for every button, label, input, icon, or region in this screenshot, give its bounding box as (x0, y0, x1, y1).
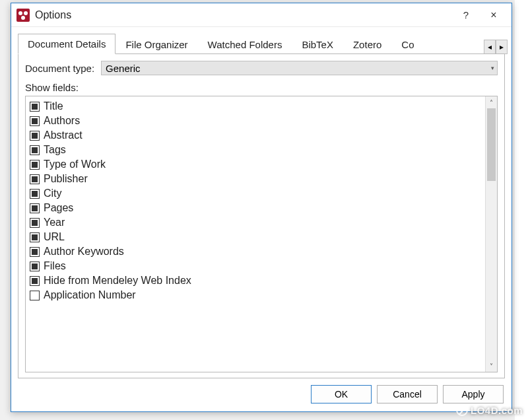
mendeley-icon (16, 9, 30, 22)
field-checkbox[interactable] (30, 116, 40, 126)
field-checkbox[interactable] (30, 276, 40, 286)
tab-zotero[interactable]: Zotero (343, 34, 391, 54)
tab-file-organizer[interactable]: File Organizer (116, 34, 197, 54)
field-item[interactable]: URL (30, 230, 481, 244)
field-checkbox[interactable] (30, 232, 40, 242)
fields-listbox: TitleAuthorsAbstractTagsType of WorkPubl… (25, 96, 498, 372)
ok-button[interactable]: OK (311, 385, 372, 403)
field-label: Files (44, 260, 66, 272)
document-type-combo[interactable]: Generic ▾ (101, 61, 498, 75)
tab-bibtex[interactable]: BibTeX (292, 34, 343, 54)
scroll-thumb[interactable] (487, 108, 496, 181)
chevron-down-icon: ˅ (490, 363, 493, 370)
field-item[interactable]: Pages (30, 201, 481, 215)
field-item[interactable]: Author Keywords (30, 244, 481, 259)
tab-label: File Organizer (125, 39, 187, 50)
field-checkbox[interactable] (30, 262, 40, 271)
fields-list: TitleAuthorsAbstractTagsType of WorkPubl… (26, 96, 485, 372)
field-checkbox[interactable] (30, 102, 40, 112)
tab-document-details[interactable]: Document Details (18, 34, 116, 54)
field-label: Application Number (44, 289, 136, 301)
document-type-value: Generic (106, 63, 141, 74)
field-checkbox[interactable] (30, 218, 40, 228)
field-item[interactable]: Type of Work (30, 157, 481, 172)
field-label: Type of Work (44, 158, 106, 170)
field-item[interactable]: Application Number (30, 288, 481, 302)
field-label: Authors (44, 115, 80, 127)
field-checkbox[interactable] (30, 174, 40, 184)
button-label: Cancel (393, 389, 422, 400)
scroll-down-arrow[interactable]: ˅ (486, 360, 497, 372)
options-dialog: Options ? × Document Details File Organi… (11, 3, 512, 412)
tab-label: BibTeX (302, 39, 333, 50)
vertical-scrollbar[interactable]: ˄ ˅ (485, 96, 497, 372)
field-item[interactable]: Hide from Mendeley Web Index (30, 273, 481, 288)
button-label: OK (335, 389, 348, 400)
field-checkbox[interactable] (30, 291, 40, 300)
field-checkbox[interactable] (30, 203, 40, 213)
document-type-row: Document type: Generic ▾ (25, 61, 498, 75)
field-checkbox[interactable] (30, 189, 40, 199)
field-item[interactable]: Files (30, 259, 481, 273)
field-item[interactable]: Tags (30, 143, 481, 157)
field-label: URL (44, 231, 65, 243)
help-button[interactable]: ? (452, 5, 480, 26)
field-label: Title (44, 100, 63, 112)
dialog-buttons: OK Cancel Apply (11, 378, 512, 411)
tab-overflow[interactable]: Co (391, 34, 424, 54)
button-label: Apply (461, 389, 484, 400)
scroll-track[interactable] (486, 108, 497, 360)
tab-label: Co (401, 39, 414, 50)
chevron-right-icon: ▸ (500, 42, 504, 52)
tab-pane-document-details: Document type: Generic ▾ Show fields: Ti… (18, 53, 505, 378)
chevron-up-icon: ˄ (490, 99, 493, 106)
apply-button[interactable]: Apply (443, 385, 504, 403)
chevron-down-icon: ▾ (491, 65, 494, 71)
background-app-hint (515, 0, 528, 420)
show-fields-label: Show fields: (25, 82, 498, 93)
field-item[interactable]: City (30, 186, 481, 201)
tab-scroll-nav: ◂ ▸ (484, 40, 508, 54)
field-checkbox[interactable] (30, 145, 40, 155)
field-item[interactable]: Abstract (30, 128, 481, 143)
field-label: Pages (44, 202, 73, 214)
tab-label: Watched Folders (208, 39, 282, 50)
cancel-button[interactable]: Cancel (377, 385, 438, 403)
field-item[interactable]: Publisher (30, 172, 481, 186)
document-type-label: Document type: (25, 63, 94, 74)
tab-label: Zotero (353, 39, 381, 50)
field-label: Author Keywords (44, 246, 124, 258)
chevron-left-icon: ◂ (488, 42, 492, 52)
field-label: Abstract (44, 129, 82, 141)
field-checkbox[interactable] (30, 247, 40, 257)
titlebar: Options ? × (11, 3, 512, 27)
scroll-up-arrow[interactable]: ˄ (486, 96, 497, 108)
field-label: Tags (44, 144, 66, 156)
field-checkbox[interactable] (30, 131, 40, 141)
window-title: Options (35, 9, 452, 21)
tab-scroll-left[interactable]: ◂ (484, 40, 496, 54)
close-icon: × (490, 9, 496, 21)
field-item[interactable]: Year (30, 215, 481, 230)
field-label: Year (44, 217, 65, 228)
tab-label: Document Details (28, 38, 106, 50)
tab-watched-folders[interactable]: Watched Folders (198, 34, 292, 54)
tabstrip: Document Details File Organizer Watched … (11, 31, 512, 54)
close-button[interactable]: × (480, 5, 508, 26)
help-icon: ? (463, 9, 469, 20)
field-label: Hide from Mendeley Web Index (44, 275, 191, 287)
field-item[interactable]: Authors (30, 114, 481, 128)
field-label: City (44, 188, 62, 199)
tab-scroll-right[interactable]: ▸ (496, 40, 508, 54)
field-checkbox[interactable] (30, 160, 40, 170)
field-label: Publisher (44, 173, 88, 185)
field-item[interactable]: Title (30, 99, 481, 114)
